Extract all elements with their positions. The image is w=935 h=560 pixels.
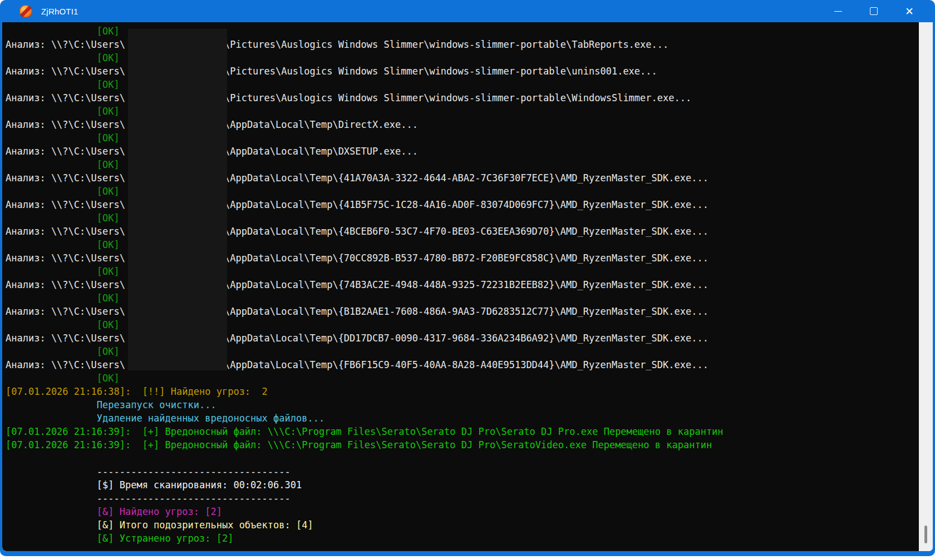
console-line: Удаление найденных вредоносных файлов... bbox=[6, 412, 919, 425]
console-line: [&] Устранено угроз: [2] bbox=[6, 532, 919, 545]
console-line: ---------------------------------- bbox=[6, 492, 919, 505]
window-title: ZjRhOTI1 bbox=[41, 7, 78, 16]
terminal-view[interactable]: [OK]Анализ: \\?\C:\Users\\Pictures\Auslo… bbox=[2, 22, 919, 551]
console-line: ---------------------------------- bbox=[6, 465, 919, 478]
console-line: [&] Найдено угроз: [2] bbox=[6, 505, 919, 518]
scrollbar-thumb[interactable] bbox=[924, 526, 927, 543]
title-bar[interactable]: ZjRhOTI1 ✕ bbox=[0, 0, 935, 22]
redacted-username-box bbox=[128, 29, 227, 370]
minimize-button[interactable] bbox=[820, 0, 856, 22]
app-icon bbox=[19, 5, 32, 18]
console-line: Перезапуск очистки... bbox=[6, 398, 919, 412]
minimize-icon bbox=[834, 11, 842, 12]
client-area: [OK]Анализ: \\?\C:\Users\\Pictures\Auslo… bbox=[2, 22, 933, 551]
close-button[interactable]: ✕ bbox=[892, 0, 927, 22]
console-line: [07.01.2026 21:16:38]: [!!] Найдено угро… bbox=[6, 385, 919, 398]
console-line: [OK] bbox=[6, 371, 919, 385]
close-icon: ✕ bbox=[905, 6, 914, 17]
console-window: ZjRhOTI1 ✕ [OK]Анализ: \\?\C:\Users\\Pic… bbox=[0, 0, 935, 556]
console-line: [&] Итого подозрительных объектов: [4] bbox=[6, 518, 919, 532]
console-line: [07.01.2026 21:16:39]: [+] Вредоносный ф… bbox=[6, 425, 919, 438]
console-line: [07.01.2026 21:16:39]: [+] Вредоносный ф… bbox=[6, 438, 919, 452]
window-controls: ✕ bbox=[820, 0, 927, 22]
vertical-scrollbar[interactable] bbox=[919, 22, 933, 551]
console-line bbox=[6, 452, 919, 465]
maximize-icon bbox=[870, 7, 878, 15]
console-line: [$] Время сканирования: 00:02:06.301 bbox=[6, 478, 919, 492]
maximize-button[interactable] bbox=[856, 0, 892, 22]
